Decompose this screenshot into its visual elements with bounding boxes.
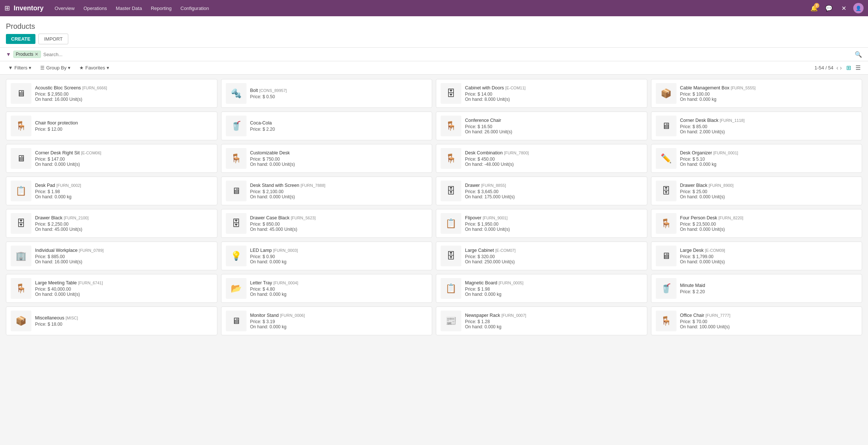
product-price: Price: $ 2.20 <box>680 289 858 294</box>
product-card[interactable]: 💡LED Lamp [FURN_0003]Price: $ 0.90On han… <box>221 242 433 270</box>
product-onhand: On hand: 0.000 Unit(s) <box>250 194 428 199</box>
search-submit-icon[interactable]: 🔍 <box>855 51 862 58</box>
product-card[interactable]: 🪑Chair floor protection Price: $ 12.00 <box>6 112 217 140</box>
search-tag-remove[interactable]: ✕ <box>35 52 38 57</box>
product-card[interactable]: 📋Desk Pad [FURN_0002]Price: $ 1.98On han… <box>6 177 217 205</box>
product-name: Office Chair [FURN_7777] <box>680 312 858 318</box>
product-card[interactable]: 🔩Bolt [CONS_89957]Price: $ 0.50 <box>221 79 433 108</box>
product-price: Price: $ 14.00 <box>465 92 643 97</box>
product-info: Flipover [FURN_9001]Price: $ 1,950.00On … <box>465 215 643 232</box>
product-card[interactable]: ✏️Desk Organizer [FURN_0001]Price: $ 5.1… <box>651 144 862 173</box>
search-right: 🔍 <box>855 51 862 58</box>
product-name: Desk Combination [FURN_7800] <box>465 150 643 156</box>
product-card[interactable]: 🗄Drawer Black [FURN_2100]Price: $ 2,250.… <box>6 209 217 238</box>
product-card[interactable]: 🗄Large Cabinet [E-COM07]Price: $ 320.00O… <box>436 242 647 270</box>
product-price: Price: $ 25.00 <box>680 189 858 194</box>
product-card[interactable]: 🪑Conference Chair Price: $ 16.50On hand:… <box>436 112 647 140</box>
product-image: 📰 <box>441 311 461 331</box>
chat-icon[interactable]: 💬 <box>824 3 834 13</box>
product-card[interactable]: 🗄Drawer [FURN_8855]Price: $ 3,645.00On h… <box>436 177 647 205</box>
product-card[interactable]: 🪑Desk Combination [FURN_7800]Price: $ 45… <box>436 144 647 173</box>
product-card[interactable]: 📋Flipover [FURN_9001]Price: $ 1,950.00On… <box>436 209 647 238</box>
list-view-button[interactable]: ☰ <box>854 64 862 72</box>
product-card[interactable]: 🖥Desk Stand with Screen [FURN_7888]Price… <box>221 177 433 205</box>
product-name: Large Cabinet [E-COM07] <box>465 247 643 253</box>
product-image: 🏢 <box>11 246 31 266</box>
product-card[interactable]: 📦Cable Management Box [FURN_5555]Price: … <box>651 79 862 108</box>
product-info: Four Person Desk [FURN_8220]Price: $ 23,… <box>680 215 858 232</box>
top-navigation: ⊞ Inventory Overview Operations Master D… <box>0 0 868 16</box>
prev-page-button[interactable]: ‹ <box>836 65 838 71</box>
product-card[interactable]: 📋Magnetic Board [FURN_0005]Price: $ 1.98… <box>436 274 647 303</box>
user-avatar[interactable]: 👤 <box>853 3 864 13</box>
product-name: Four Person Desk [FURN_8220] <box>680 215 858 221</box>
product-onhand: On hand: 100.000 Unit(s) <box>680 324 858 329</box>
page-nav: ‹ › <box>836 65 842 71</box>
product-info: Coca-Cola Price: $ 2.20 <box>250 120 428 132</box>
product-onhand: On hand: 45.000 Unit(s) <box>35 227 213 232</box>
nav-master-data[interactable]: Master Data <box>116 6 142 11</box>
product-card[interactable]: 📰Newspaper Rack [FURN_0007]Price: $ 1.28… <box>436 307 647 335</box>
nav-configuration[interactable]: Configuration <box>180 6 209 11</box>
product-image: 🖥 <box>226 311 247 331</box>
product-name: Desk Pad [FURN_0002] <box>35 182 213 188</box>
product-card[interactable]: 🖥Acoustic Bloc Screens [FURN_6666]Price:… <box>6 79 217 108</box>
toolbar-right: 1-54 / 54 ‹ › ⊞ ☰ <box>814 64 862 72</box>
product-info: Miscellaneous [MISC]Price: $ 18.00 <box>35 315 213 327</box>
product-image: 📋 <box>441 213 461 234</box>
product-info: Cabinet with Doors [E-COM11]Price: $ 14.… <box>465 85 643 102</box>
product-card[interactable]: 🏢Individual Workplace [FURN_0789]Price: … <box>6 242 217 270</box>
import-button[interactable]: IMPORT <box>38 34 68 44</box>
product-card[interactable]: 🗄Drawer Case Black [FURN_5623]Price: $ 8… <box>221 209 433 238</box>
product-card[interactable]: 🥤Coca-Cola Price: $ 2.20 <box>221 112 433 140</box>
product-card[interactable]: 📦Miscellaneous [MISC]Price: $ 18.00 <box>6 307 217 335</box>
product-card[interactable]: 🗄Cabinet with Doors [E-COM11]Price: $ 14… <box>436 79 647 108</box>
product-card[interactable]: 🪑Large Meeting Table [FURN_6741]Price: $… <box>6 274 217 303</box>
product-image: 🔩 <box>226 83 247 104</box>
page-title: Products <box>6 19 862 34</box>
nav-reporting[interactable]: Reporting <box>151 6 172 11</box>
brand-name: Inventory <box>14 4 44 12</box>
nav-overview[interactable]: Overview <box>55 6 75 11</box>
favorites-button[interactable]: ★ Favorites ▾ <box>77 64 111 72</box>
product-card[interactable]: 🪑Four Person Desk [FURN_8220]Price: $ 23… <box>651 209 862 238</box>
kanban-view-button[interactable]: ⊞ <box>845 64 852 72</box>
product-onhand: On hand: 26.000 Unit(s) <box>465 129 643 134</box>
product-price: Price: $ 320.00 <box>465 254 643 259</box>
product-onhand: On hand: 0.000 kg <box>250 324 428 329</box>
product-card[interactable]: 📂Letter Tray [FURN_0004]Price: $ 4.80On … <box>221 274 433 303</box>
product-card[interactable]: 🪑Office Chair [FURN_7777]Price: $ 70.00O… <box>651 307 862 335</box>
product-price: Price: $ 2.20 <box>250 127 428 132</box>
product-card[interactable]: 🗄Drawer Black [FURN_8900]Price: $ 25.00O… <box>651 177 862 205</box>
notifications-icon[interactable]: 🔔 7 <box>809 3 819 13</box>
product-image: 📂 <box>226 278 247 299</box>
product-price: Price: $ 1.98 <box>465 287 643 292</box>
product-card[interactable]: 🖥Corner Desk Black [FURN_1118]Price: $ 8… <box>651 112 862 140</box>
nav-operations[interactable]: Operations <box>83 6 107 11</box>
close-icon[interactable]: ✕ <box>838 3 849 13</box>
product-name: Newspaper Rack [FURN_0007] <box>465 312 643 318</box>
product-name: Large Meeting Table [FURN_6741] <box>35 280 213 286</box>
product-price: Price: $ 0.50 <box>250 94 428 99</box>
group-by-button[interactable]: ☰ Group By ▾ <box>38 64 73 72</box>
filters-button[interactable]: ▼ Filters ▾ <box>6 64 34 72</box>
apps-menu-icon[interactable]: ⊞ <box>4 4 10 12</box>
next-page-button[interactable]: › <box>840 65 842 71</box>
product-card[interactable]: 🖥Monitor Stand [FURN_0006]Price: $ 3.19O… <box>221 307 433 335</box>
product-card[interactable]: 🪑Customizable Desk Price: $ 750.00On han… <box>221 144 433 173</box>
product-price: Price: $ 147.00 <box>35 157 213 162</box>
product-name: Chair floor protection <box>35 120 213 126</box>
search-input[interactable] <box>43 52 855 57</box>
search-tag: Products ✕ <box>13 51 41 58</box>
product-card[interactable]: 🖥Large Desk [E-COM09]Price: $ 1,799.00On… <box>651 242 862 270</box>
product-onhand: On hand: 0.000 kg <box>680 162 858 167</box>
product-info: Individual Workplace [FURN_0789]Price: $… <box>35 247 213 264</box>
product-card[interactable]: 🖥Corner Desk Right Sit [E-COM06]Price: $… <box>6 144 217 173</box>
product-name: Letter Tray [FURN_0004] <box>250 280 428 286</box>
create-button[interactable]: CREATE <box>6 34 35 44</box>
product-name: Large Desk [E-COM09] <box>680 247 858 253</box>
product-image: 🗄 <box>11 213 31 234</box>
product-onhand: On hand: 0.000 kg <box>680 97 858 102</box>
product-card[interactable]: 🥤Minute Maid Price: $ 2.20 <box>651 274 862 303</box>
product-onhand: On hand: 0.000 Unit(s) <box>250 162 428 167</box>
